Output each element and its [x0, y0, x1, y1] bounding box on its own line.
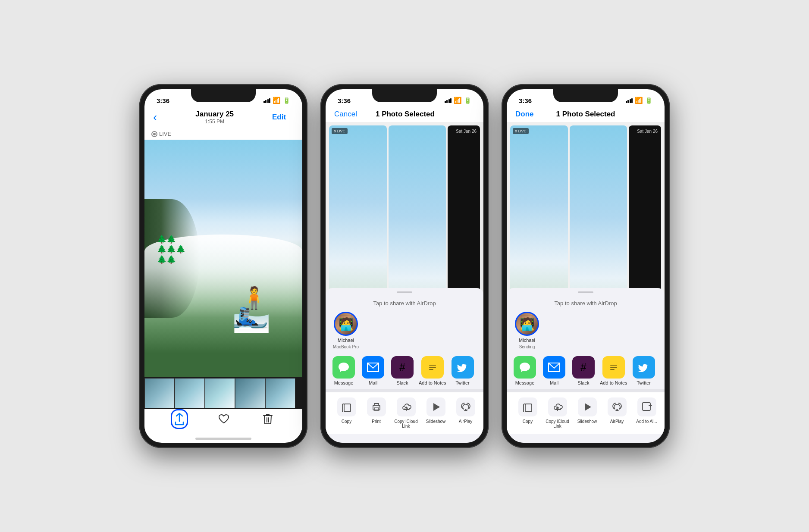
phone-1: 3:36 📶 🔋 [139, 84, 307, 448]
airdrop-hint-3: Tap to share with AirDrop [507, 298, 665, 312]
slideshow-label-3: Slideshow [577, 419, 597, 424]
svg-rect-11 [610, 367, 617, 368]
signal-icon-2 [445, 98, 452, 103]
battery-icon-1: 🔋 [283, 97, 290, 104]
add-album-icon-3 [637, 397, 656, 416]
contact-michael-2[interactable]: 🧑‍💻 Michael MacBook Pro [331, 312, 361, 349]
live-dot-3 [515, 130, 517, 132]
svg-marker-8 [433, 403, 440, 411]
thumb-1[interactable] [144, 378, 175, 408]
nav-title-3: 1 Photo Selected [556, 110, 615, 119]
phone-3-screen: 3:36 📶 🔋 Done 1 Ph [507, 89, 665, 443]
back-button-1[interactable] [153, 110, 157, 124]
app-twitter-2[interactable]: Twitter [450, 356, 476, 385]
action-row-2: Copy Print Copy iCloud Lin [326, 392, 483, 434]
icloud-icon-3 [548, 397, 567, 416]
action-airplay-3[interactable]: AirPlay [603, 392, 631, 434]
print-icon-2 [367, 397, 386, 416]
action-icloud-3[interactable]: Copy iCloud Link [543, 392, 571, 434]
slideshow-label-2: Slideshow [426, 419, 446, 424]
app-twitter-label-2: Twitter [455, 380, 469, 385]
icloud-label-2: Copy iCloud Link [392, 419, 420, 429]
airplay-label-2: AirPlay [459, 419, 473, 424]
share-button-1[interactable] [174, 413, 185, 426]
done-button-3[interactable]: Done [515, 110, 537, 119]
notes-icon-2 [421, 356, 444, 379]
messages-icon-2 [332, 356, 355, 379]
edit-button-1[interactable]: Edit [272, 113, 294, 122]
app-mail-3[interactable]: Mail [541, 356, 567, 385]
action-slideshow-3[interactable]: Slideshow [573, 392, 601, 434]
svg-rect-2 [429, 367, 436, 368]
sheet-handle-2 [397, 291, 412, 293]
cancel-button-2[interactable]: Cancel [334, 110, 357, 119]
svg-point-7 [379, 407, 379, 407]
app-twitter-3[interactable]: Twitter [631, 356, 657, 385]
thumb-3[interactable] [205, 378, 235, 408]
nav-bar-3: Done 1 Photo Selected [507, 108, 665, 122]
live-circle-inner-1 [153, 133, 156, 135]
status-icons-3: 📶 🔋 [626, 97, 653, 104]
copy-icon-3 [518, 397, 537, 416]
contact-avatar-3: 🧑‍💻 [515, 312, 539, 336]
twitter-icon-2 [452, 356, 474, 379]
copy-label-3: Copy [523, 419, 533, 424]
action-airplay-2[interactable]: AirPlay [452, 392, 480, 434]
slideshow-icon-3 [578, 397, 597, 416]
app-message-2[interactable]: Message [331, 356, 357, 385]
action-print-2[interactable]: Print [362, 392, 390, 434]
airplay-icon-2 [456, 397, 475, 416]
print-label-2: Print [372, 419, 381, 424]
action-slideshow-2[interactable]: Slideshow [422, 392, 450, 434]
main-photo-1[interactable]: 🎿 🧍 🌲🌲🌲🌲🌲🌲🌲 [144, 140, 302, 377]
slack-icon-2: # [391, 356, 414, 379]
action-add-album-3[interactable]: Add to Al... [633, 392, 661, 434]
action-icloud-2[interactable]: Copy iCloud Link [392, 392, 420, 434]
nav-bar-1: January 25 1:55 PM Edit [144, 108, 302, 128]
bottom-toolbar-1 [144, 409, 302, 434]
thumb-5[interactable] [265, 378, 295, 408]
wifi-icon-3: 📶 [635, 97, 643, 104]
home-indicator-1 [144, 434, 302, 443]
svg-rect-10 [610, 365, 617, 366]
time-3: 3:36 [519, 97, 532, 104]
back-chevron-1 [153, 110, 157, 124]
app-mail-label-2: Mail [369, 380, 377, 385]
contact-michael-3[interactable]: 🧑‍💻 Michael Sending [512, 312, 542, 349]
phone-2-screen: 3:36 📶 🔋 Cancel 1 [326, 89, 483, 443]
trash-button-1[interactable] [263, 413, 273, 425]
home-bar-1 [195, 438, 251, 440]
airplay-icon-3 [608, 397, 627, 416]
contact-name-3: Michael [519, 338, 535, 343]
app-notes-label-2: Add to Notes [419, 380, 446, 385]
app-mail-2[interactable]: Mail [360, 356, 386, 385]
live-badge-photo: LIVE [332, 128, 348, 134]
notes-icon-3 [602, 356, 625, 379]
app-slack-3[interactable]: # Slack [571, 356, 596, 385]
notch-1 [191, 89, 256, 102]
app-notes-3[interactable]: Add to Notes [600, 356, 627, 385]
status-icons-1: 📶 🔋 [263, 97, 291, 104]
slack-icon-3: # [572, 356, 595, 379]
action-copy-3[interactable]: Copy [514, 392, 542, 434]
contact-device-2: MacBook Pro [333, 344, 359, 349]
svg-rect-13 [525, 404, 532, 412]
share-btn-wrapper [174, 413, 185, 426]
app-message-3[interactable]: Message [512, 356, 538, 385]
contact-avatar-2: 🧑‍💻 [334, 312, 358, 336]
action-copy-2[interactable]: Copy [332, 392, 361, 434]
nav-title-2: 1 Photo Selected [376, 110, 435, 119]
app-notes-2[interactable]: Add to Notes [419, 356, 446, 385]
svg-rect-4 [344, 404, 351, 412]
thumb-2[interactable] [175, 378, 205, 408]
heart-button-1[interactable] [218, 414, 229, 424]
slack-glyph: # [399, 361, 405, 373]
app-slack-2[interactable]: # Slack [389, 356, 415, 385]
thumb-4[interactable] [235, 378, 265, 408]
svg-rect-1 [429, 365, 436, 366]
phone-2-wrapper: 3:36 📶 🔋 Cancel 1 [320, 84, 489, 448]
twitter-icon-3 [633, 356, 655, 379]
airdrop-contacts-2: 🧑‍💻 Michael MacBook Pro [326, 312, 483, 353]
icloud-label-3: Copy iCloud Link [543, 419, 571, 429]
ski-mountain-bg: 🎿 🧍 🌲🌲🌲🌲🌲🌲🌲 [144, 140, 302, 377]
